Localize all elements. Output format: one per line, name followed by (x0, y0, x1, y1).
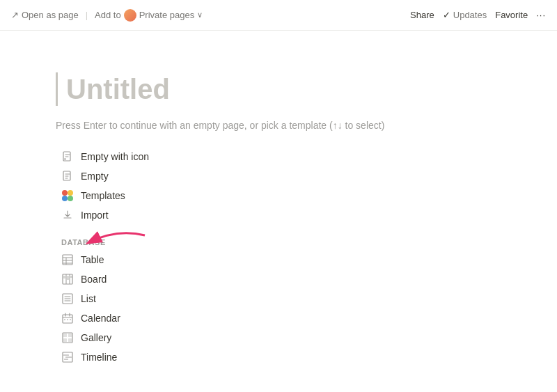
svg-rect-1 (64, 158, 66, 160)
favorite-button[interactable]: Favorite (495, 10, 528, 20)
templates-label: Templates (81, 190, 125, 201)
menu-item-table[interactable]: Table (56, 251, 501, 269)
topbar-divider: | (86, 10, 88, 20)
svg-point-5 (62, 196, 68, 201)
database-section-header: DATABASE (56, 238, 501, 246)
chevron-down-icon: ∨ (197, 10, 203, 19)
calendar-label: Calendar (81, 313, 120, 324)
more-options-button[interactable]: ··· (536, 10, 546, 20)
svg-rect-16 (67, 276, 69, 280)
svg-rect-32 (63, 338, 67, 342)
doc-icon (61, 170, 74, 182)
svg-rect-27 (67, 319, 68, 320)
avatar (124, 9, 136, 22)
add-to-button[interactable]: Add to Private pages ∨ (95, 9, 203, 22)
menu-item-gallery[interactable]: Gallery (56, 329, 501, 347)
list-label: List (81, 293, 96, 304)
hint-text: Press Enter to continue with an empty pa… (56, 120, 501, 131)
svg-point-3 (62, 190, 68, 196)
svg-point-4 (68, 190, 73, 196)
svg-rect-28 (70, 319, 71, 320)
board-icon (61, 273, 74, 285)
open-page-icon: ↗ (11, 10, 19, 20)
timeline-label: Timeline (81, 352, 117, 363)
menu-item-calendar[interactable]: Calendar (56, 309, 501, 327)
menu-item-board[interactable]: Board (56, 270, 501, 288)
database-menu-list: Table Board (56, 251, 501, 366)
timeline-icon (61, 351, 74, 363)
page-title[interactable]: Untitled (56, 72, 501, 106)
open-page-label: Open as page (22, 10, 79, 20)
add-to-label: Add to (95, 10, 121, 20)
menu-item-import[interactable]: Import (56, 206, 501, 224)
svg-rect-36 (65, 356, 72, 358)
calendar-icon (61, 312, 74, 324)
updates-label: Updates (453, 10, 487, 20)
menu-item-empty-with-icon[interactable]: Empty with icon (56, 148, 501, 166)
gallery-label: Gallery (81, 332, 111, 343)
svg-point-6 (68, 196, 73, 201)
updates-button[interactable]: ✓ Updates (443, 10, 487, 20)
topbar-right: Share ✓ Updates Favorite ··· (410, 10, 546, 20)
svg-rect-33 (68, 338, 72, 342)
share-button[interactable]: Share (410, 10, 434, 20)
board-label: Board (81, 274, 107, 285)
gallery-icon (61, 331, 74, 344)
topbar: ↗ Open as page | Add to Private pages ∨ … (0, 0, 557, 31)
svg-rect-17 (70, 276, 72, 278)
topbar-left: ↗ Open as page | Add to Private pages ∨ (11, 9, 203, 22)
table-label: Table (81, 254, 104, 265)
private-pages-label: Private pages (139, 10, 195, 20)
empty-label: Empty (81, 171, 109, 182)
svg-rect-31 (68, 334, 72, 337)
menu-item-templates[interactable]: Templates (56, 187, 501, 205)
svg-rect-30 (63, 334, 67, 337)
empty-with-icon-label: Empty with icon (81, 151, 149, 162)
menu-item-timeline[interactable]: Timeline (56, 348, 501, 366)
main-content: Untitled Press Enter to continue with an… (0, 31, 557, 392)
list-icon (61, 292, 74, 305)
svg-rect-26 (64, 319, 65, 320)
open-as-page-button[interactable]: ↗ Open as page (11, 10, 79, 20)
svg-rect-37 (64, 359, 68, 360)
import-label: Import (81, 210, 109, 221)
menu-item-empty[interactable]: Empty (56, 167, 501, 185)
table-icon (61, 253, 74, 266)
template-menu-list: Empty with icon Empty Templa (56, 148, 501, 224)
svg-rect-35 (63, 354, 69, 356)
templates-icon (61, 189, 74, 202)
checkmark-icon: ✓ (443, 10, 450, 20)
svg-rect-15 (63, 276, 65, 279)
import-icon (61, 209, 74, 221)
menu-item-list[interactable]: List (56, 290, 501, 308)
doc-with-icon-icon (61, 150, 74, 163)
